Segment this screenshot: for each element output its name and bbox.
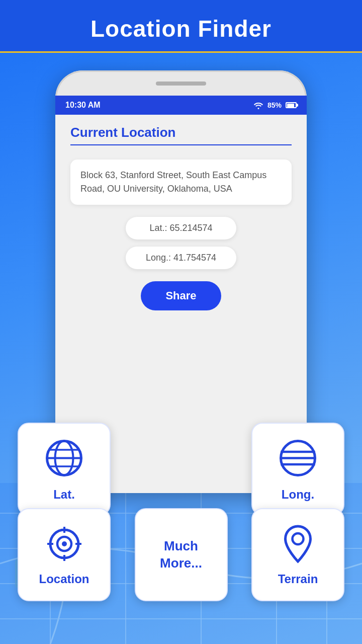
status-icons: 85% bbox=[253, 101, 297, 109]
tile-more[interactable]: MuchMore... bbox=[135, 508, 228, 601]
battery-icon bbox=[286, 102, 297, 108]
longitude-pill: Long.: 41.754574 bbox=[126, 247, 236, 269]
pin-icon bbox=[279, 524, 317, 566]
tile-terrain-label: Terrain bbox=[278, 572, 318, 586]
svg-point-11 bbox=[62, 541, 67, 546]
tile-long-label: Long. bbox=[282, 488, 314, 502]
tile-more-label: MuchMore... bbox=[160, 538, 202, 572]
address-box: Block 63, Stanford Street, South East Ca… bbox=[70, 159, 292, 205]
tile-lat-label: Lat. bbox=[53, 488, 75, 502]
tiles-row-2: Location MuchMore... Terrain bbox=[18, 508, 344, 601]
app-header: Location Finder bbox=[0, 0, 362, 53]
address-text: Block 63, Stanford Street, South East Ca… bbox=[80, 170, 266, 194]
latitude-pill: Lat.: 65.214574 bbox=[126, 217, 236, 239]
app-title: Location Finder bbox=[90, 16, 272, 42]
wifi-icon bbox=[253, 101, 263, 109]
tile-lat[interactable]: Lat. bbox=[18, 423, 111, 516]
share-button[interactable]: Share bbox=[141, 281, 221, 310]
target-icon bbox=[44, 524, 84, 566]
battery-percent: 85% bbox=[267, 101, 282, 109]
status-time: 10:30 AM bbox=[65, 101, 101, 110]
tiles-row-1: Lat. Long. bbox=[18, 423, 344, 516]
phone-speaker bbox=[156, 82, 206, 86]
tile-location-label: Location bbox=[39, 572, 89, 586]
svg-point-16 bbox=[293, 533, 304, 544]
globe-horizontal-icon bbox=[277, 437, 319, 481]
tile-location[interactable]: Location bbox=[18, 508, 111, 601]
globe-grid-icon bbox=[43, 437, 85, 481]
tile-terrain[interactable]: Terrain bbox=[251, 508, 344, 601]
tile-long[interactable]: Long. bbox=[251, 423, 344, 516]
status-bar: 10:30 AM 85% bbox=[55, 96, 307, 115]
section-title: Current Location bbox=[70, 125, 292, 145]
